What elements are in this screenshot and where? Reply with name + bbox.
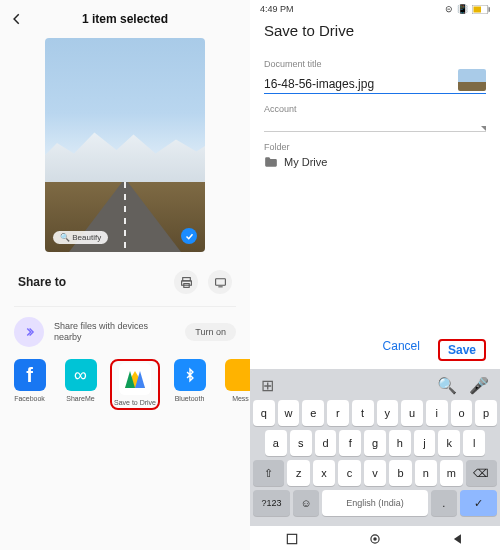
vibrate-icon: 📳: [457, 4, 468, 14]
key-w[interactable]: w: [278, 400, 300, 426]
messages-icon: [225, 359, 251, 391]
share-to-label: Share to: [18, 275, 66, 289]
divider: [14, 306, 236, 307]
keyboard-apps-icon[interactable]: ⊞: [261, 376, 274, 395]
shareme-icon: ∞: [65, 359, 97, 391]
dnd-icon: ⊝: [445, 4, 453, 14]
svg-point-10: [373, 537, 377, 541]
symbols-key[interactable]: ?123: [253, 490, 290, 516]
folder-label: Folder: [264, 142, 486, 152]
folder-icon: [264, 156, 278, 168]
enter-key[interactable]: ✓: [460, 490, 497, 516]
spacebar[interactable]: English (India): [322, 490, 427, 516]
key-o[interactable]: o: [451, 400, 473, 426]
key-s[interactable]: s: [290, 430, 312, 456]
keyboard-mic-icon[interactable]: 🎤: [469, 376, 489, 395]
key-k[interactable]: k: [438, 430, 460, 456]
folder-selector[interactable]: My Drive: [264, 152, 486, 170]
key-h[interactable]: h: [389, 430, 411, 456]
keyboard-row-4: ?123 ☺ English (India) . ✓: [253, 490, 497, 516]
nearby-icon: [14, 317, 44, 347]
keyboard-search-icon[interactable]: 🔍: [437, 376, 457, 395]
save-button[interactable]: Save: [438, 339, 486, 361]
key-e[interactable]: e: [302, 400, 324, 426]
nearby-text: Share files with devices nearby: [54, 321, 175, 343]
key-z[interactable]: z: [287, 460, 309, 486]
key-g[interactable]: g: [364, 430, 386, 456]
keyboard-row-1: q w e r t y u i o p: [253, 400, 497, 426]
image-preview-area: 🔍 Beautify: [0, 34, 250, 262]
chevron-down-icon: [481, 126, 486, 131]
svg-rect-8: [287, 534, 296, 543]
facebook-icon: f: [14, 359, 46, 391]
share-app-messages[interactable]: Mess: [219, 359, 250, 410]
key-b[interactable]: b: [389, 460, 411, 486]
selected-image[interactable]: 🔍 Beautify: [45, 38, 205, 252]
account-label: Account: [264, 104, 486, 114]
drive-icon: [119, 363, 151, 395]
save-to-drive-panel: 4:49 PM ⊝ 📳 Save to Drive Document title…: [250, 0, 500, 550]
key-d[interactable]: d: [315, 430, 337, 456]
key-i[interactable]: i: [426, 400, 448, 426]
nav-recent-icon[interactable]: [285, 532, 299, 546]
key-x[interactable]: x: [313, 460, 335, 486]
share-app-row: f Facebook ∞ ShareMe Save to Drive Bluet…: [0, 359, 250, 420]
key-n[interactable]: n: [415, 460, 437, 486]
share-app-bluetooth[interactable]: Bluetooth: [168, 359, 211, 410]
key-j[interactable]: j: [414, 430, 436, 456]
share-header: 1 item selected: [0, 0, 250, 34]
key-c[interactable]: c: [338, 460, 360, 486]
battery-icon: [472, 5, 490, 14]
svg-rect-7: [489, 7, 491, 12]
svg-rect-3: [215, 278, 225, 285]
bluetooth-icon: [174, 359, 206, 391]
account-dropdown[interactable]: [264, 114, 486, 132]
doc-title-label: Document title: [264, 59, 486, 69]
keyboard-row-2: a s d f g h j k l: [253, 430, 497, 456]
nav-back-icon[interactable]: [451, 532, 465, 546]
key-t[interactable]: t: [352, 400, 374, 426]
cancel-button[interactable]: Cancel: [383, 339, 420, 361]
key-y[interactable]: y: [377, 400, 399, 426]
shift-key[interactable]: ⇧: [253, 460, 284, 486]
nearby-share-row: Share files with devices nearby Turn on: [0, 317, 250, 359]
key-l[interactable]: l: [463, 430, 485, 456]
keyboard-row-3: ⇧ z x c v b n m ⌫: [253, 460, 497, 486]
print-icon[interactable]: [174, 270, 198, 294]
key-u[interactable]: u: [401, 400, 423, 426]
nav-home-icon[interactable]: [368, 532, 382, 546]
cast-icon[interactable]: [208, 270, 232, 294]
turn-on-button[interactable]: Turn on: [185, 323, 236, 341]
key-r[interactable]: r: [327, 400, 349, 426]
share-sheet-panel: 1 item selected 🔍 Beautify Share to Shar…: [0, 0, 250, 550]
key-m[interactable]: m: [440, 460, 462, 486]
doc-title-row: [264, 69, 486, 94]
status-bar: 4:49 PM ⊝ 📳: [250, 0, 500, 16]
keyboard: ⊞ 🔍 🎤 q w e r t y u i o p a s d f g h j: [250, 369, 500, 526]
key-f[interactable]: f: [339, 430, 361, 456]
selected-check-icon[interactable]: [181, 228, 197, 244]
dialog-actions: Cancel Save: [250, 329, 500, 369]
android-nav-bar: [250, 526, 500, 550]
doc-title-input[interactable]: [264, 77, 452, 91]
dialog-title: Save to Drive: [250, 16, 500, 53]
doc-thumbnail: [458, 69, 486, 91]
key-v[interactable]: v: [364, 460, 386, 486]
status-time: 4:49 PM: [260, 4, 294, 14]
back-icon[interactable]: [10, 12, 24, 26]
share-to-row: Share to: [0, 262, 250, 302]
key-p[interactable]: p: [475, 400, 497, 426]
emoji-key[interactable]: ☺: [293, 490, 319, 516]
beautify-chip[interactable]: 🔍 Beautify: [53, 231, 108, 244]
period-key[interactable]: .: [431, 490, 457, 516]
share-app-facebook[interactable]: f Facebook: [8, 359, 51, 410]
share-app-shareme[interactable]: ∞ ShareMe: [59, 359, 102, 410]
selected-count: 1 item selected: [24, 12, 226, 26]
share-app-save-to-drive[interactable]: Save to Drive: [110, 359, 160, 410]
svg-rect-6: [474, 6, 482, 12]
key-a[interactable]: a: [265, 430, 287, 456]
backspace-key[interactable]: ⌫: [466, 460, 497, 486]
key-q[interactable]: q: [253, 400, 275, 426]
